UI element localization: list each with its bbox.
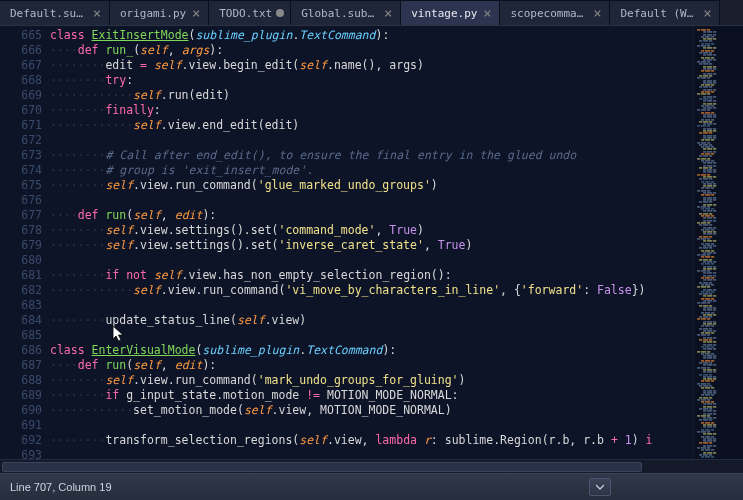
code-line: ····def run(self, edit): (50, 358, 743, 373)
line-number: 667 (0, 58, 42, 73)
horizontal-scrollbar[interactable] (0, 459, 743, 473)
tab-bar: Default.sublim×origami.py×TODO.txtGlobal… (0, 0, 743, 26)
line-number: 679 (0, 238, 42, 253)
line-number: 668 (0, 73, 42, 88)
line-number: 678 (0, 223, 42, 238)
line-number: 676 (0, 193, 42, 208)
code-line: ········self.view.run_command('mark_undo… (50, 373, 743, 388)
code-line (50, 193, 743, 208)
line-number: 686 (0, 343, 42, 358)
minimap-content: ▄▄▄ ▄▄▄▄▄ ▄▄▄ ▄▄▄ ▄▄▄▄▄ ▄▄▄ ▄▄▄ ▄▄▄▄▄ ▄▄… (694, 26, 743, 466)
line-number: 669 (0, 88, 42, 103)
line-number: 666 (0, 43, 42, 58)
line-number: 690 (0, 403, 42, 418)
line-number: 680 (0, 253, 42, 268)
editor-area: 6656666676686696706716726736746756766776… (0, 26, 743, 473)
close-icon[interactable]: × (591, 7, 603, 19)
minimap[interactable]: ▄▄▄ ▄▄▄▄▄ ▄▄▄ ▄▄▄ ▄▄▄▄▄ ▄▄▄ ▄▄▄ ▄▄▄▄▄ ▄▄… (693, 26, 743, 473)
tab-todo-txt[interactable]: TODO.txt (209, 0, 291, 25)
code-line: ············self.run(edit) (50, 88, 743, 103)
line-number: 685 (0, 328, 42, 343)
line-number: 683 (0, 298, 42, 313)
line-number: 691 (0, 418, 42, 433)
close-icon[interactable]: × (481, 7, 493, 19)
close-icon[interactable]: × (190, 7, 202, 19)
code-line: ············set_motion_mode(self.view, M… (50, 403, 743, 418)
code-line: class ExitInsertMode(sublime_plugin.Text… (50, 28, 743, 43)
line-number: 677 (0, 208, 42, 223)
code-line: ········try: (50, 73, 743, 88)
code-line: ········finally: (50, 103, 743, 118)
close-icon[interactable]: × (91, 7, 103, 19)
horizontal-scrollbar-thumb[interactable] (2, 462, 642, 472)
line-number: 682 (0, 283, 42, 298)
code-line (50, 253, 743, 268)
tab-label: vintage.py (411, 7, 477, 20)
tab-label: Global.sublim (301, 7, 378, 20)
tab-label: TODO.txt (219, 7, 272, 20)
tab-origami-py[interactable]: origami.py× (110, 0, 209, 25)
line-number: 672 (0, 133, 42, 148)
code-line: ········self.view.settings().set('comman… (50, 223, 743, 238)
line-number: 673 (0, 148, 42, 163)
tab-label: origami.py (120, 7, 186, 20)
tab-default--wind[interactable]: Default (Wind× (610, 0, 720, 25)
code-line: ········self.view.run_command('glue_mark… (50, 178, 743, 193)
line-number: 665 (0, 28, 42, 43)
line-number: 670 (0, 103, 42, 118)
tab-default-sublim[interactable]: Default.sublim× (0, 0, 110, 25)
code-line (50, 133, 743, 148)
code-line: ············self.view.run_command('vi_mo… (50, 283, 743, 298)
line-number: 681 (0, 268, 42, 283)
syntax-select-button[interactable] (589, 478, 611, 496)
line-number: 689 (0, 388, 42, 403)
tab-global-sublim[interactable]: Global.sublim× (291, 0, 401, 25)
code-content[interactable]: class ExitInsertMode(sublime_plugin.Text… (50, 26, 743, 473)
code-line: ····def run_(self, args): (50, 43, 743, 58)
code-line: ············self.view.end_edit(edit) (50, 118, 743, 133)
code-line (50, 328, 743, 343)
line-number: 684 (0, 313, 42, 328)
status-text: Line 707, Column 19 (10, 481, 112, 493)
tab-label: Default (Wind (620, 7, 697, 20)
code-line: ········# Call after end_edit(), to ensu… (50, 148, 743, 163)
code-line: ········self.view.settings().set('invers… (50, 238, 743, 253)
line-number: 674 (0, 163, 42, 178)
code-line (50, 298, 743, 313)
close-icon[interactable]: × (382, 7, 394, 19)
code-line: ········if not self.view.has_non_empty_s… (50, 268, 743, 283)
tab-scopecommand[interactable]: scopecommand× (500, 0, 610, 25)
line-gutter: 6656666676686696706716726736746756766776… (0, 26, 50, 473)
line-number: 692 (0, 433, 42, 448)
code-line: ········if g_input_state.motion_mode != … (50, 388, 743, 403)
status-bar: Line 707, Column 19 (0, 473, 743, 500)
tab-vintage-py[interactable]: vintage.py× (401, 0, 500, 25)
dirty-indicator-icon (276, 9, 284, 17)
code-line: ········update_status_line(self.view) (50, 313, 743, 328)
code-line: class EnterVisualMode(sublime_plugin.Tex… (50, 343, 743, 358)
line-number: 688 (0, 373, 42, 388)
line-number: 675 (0, 178, 42, 193)
code-line: ········transform_selection_regions(self… (50, 433, 743, 448)
tab-label: Default.sublim (10, 7, 87, 20)
code-line: ····def run(self, edit): (50, 208, 743, 223)
code-line (50, 418, 743, 433)
chevron-down-icon (596, 483, 604, 491)
code-line: ········# group is 'exit_insert_mode'. (50, 163, 743, 178)
tab-label: scopecommand (510, 7, 587, 20)
close-icon[interactable]: × (701, 7, 713, 19)
code-line: ········edit = self.view.begin_edit(self… (50, 58, 743, 73)
line-number: 687 (0, 358, 42, 373)
line-number: 671 (0, 118, 42, 133)
